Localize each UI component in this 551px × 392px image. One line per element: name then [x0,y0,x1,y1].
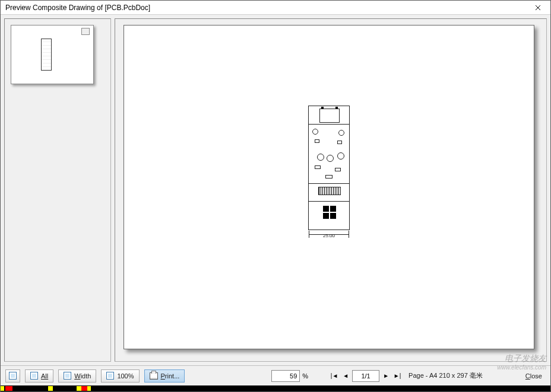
preview-panel[interactable]: 25.00 [115,18,547,362]
fit-width-icon [64,372,71,380]
toggle-thumbnails-button[interactable] [5,369,20,383]
page-info-label: Page - A4 210 x 297 毫米 [408,371,483,380]
window-title: Preview Composite Drawing of [PCB.PcbDoc… [5,4,150,12]
fit-all-icon [30,372,38,380]
thumbnail-preview [41,39,52,71]
pcb-drawing: 25.00 [308,106,350,230]
printer-icon [150,372,158,380]
page-nav-group: |◄ ◄ ► ►| Page - A4 210 x 297 毫米 [330,370,483,382]
thumbnail-panel[interactable] [4,18,111,362]
pcb-pads [323,206,336,219]
fit-width-button[interactable]: Width [58,369,96,383]
status-colors-strip [1,385,550,391]
print-label: Print... [161,372,180,380]
last-page-button[interactable]: ►| [392,371,402,381]
zoom-100-icon [106,372,114,380]
page-thumbnail[interactable] [11,25,94,84]
page-icon [81,28,90,35]
toolbar: All Width 100% Print... % |◄ ◄ ► ►| Page… [1,365,550,385]
first-page-button[interactable]: |◄ [330,371,339,381]
pcb-ic [318,187,341,195]
zoom-group: % [271,370,308,382]
close-icon [535,5,541,11]
prev-page-button[interactable]: ◄ [341,371,350,381]
window-close-button[interactable] [525,1,550,14]
preview-page: 25.00 [124,25,534,349]
content-area: 25.00 [1,15,550,365]
preview-window: Preview Composite Drawing of [PCB.PcbDoc… [0,0,551,392]
zoom-input[interactable] [271,370,300,382]
fit-all-button[interactable]: All [25,369,53,383]
panel-icon [9,372,17,380]
page-number-input[interactable] [352,370,379,382]
pcb-connector [319,109,340,123]
dimension-value: 25.00 [309,233,349,238]
fit-all-label: All [41,372,48,380]
titlebar: Preview Composite Drawing of [PCB.PcbDoc… [1,1,550,15]
zoom-100-label: 100% [117,372,134,380]
zoom-percent-label: % [302,372,308,380]
print-button[interactable]: Print... [144,369,185,383]
next-page-button[interactable]: ► [381,371,391,381]
zoom-100-button[interactable]: 100% [101,369,139,383]
close-button[interactable]: Close [522,372,546,380]
fit-width-label: Width [74,372,91,380]
